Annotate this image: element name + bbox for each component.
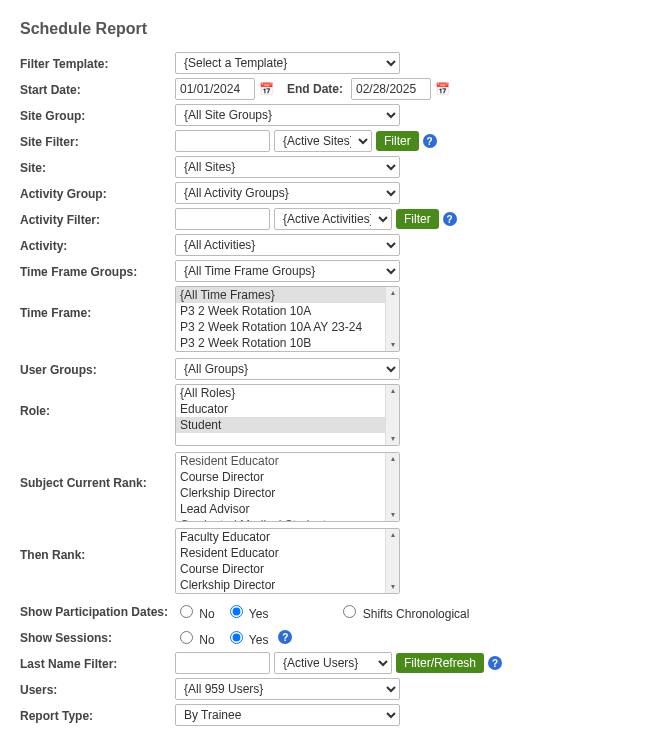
- list-item[interactable]: P3 2 Week Rotation 10B: [176, 335, 385, 351]
- show-participation-dates-label: Show Participation Dates:: [20, 603, 175, 619]
- calendar-icon[interactable]: 📅: [259, 82, 273, 96]
- time-frame-label: Time Frame:: [20, 286, 175, 320]
- time-frame-groups-select[interactable]: {All Time Frame Groups}: [175, 260, 400, 282]
- schedule-report-form: Filter Template: {Select a Template} Sta…: [20, 52, 640, 730]
- start-date-label: Start Date:: [20, 81, 175, 97]
- participation-yes-radio[interactable]: Yes: [225, 602, 269, 621]
- role-label: Role:: [20, 384, 175, 418]
- scroll-up-icon[interactable]: ▴: [386, 453, 399, 465]
- list-item[interactable]: Faculty Educator: [176, 529, 385, 545]
- report-type-select[interactable]: By Trainee: [175, 704, 400, 726]
- activity-filter-label: Activity Filter:: [20, 211, 175, 227]
- sessions-no-radio[interactable]: No: [175, 628, 215, 647]
- list-item[interactable]: {All Roles}: [176, 385, 385, 401]
- subject-current-rank-label: Subject Current Rank:: [20, 452, 175, 490]
- filter-refresh-button[interactable]: Filter/Refresh: [396, 653, 484, 673]
- list-item[interactable]: {All Time Frames}: [176, 287, 385, 303]
- site-label: Site:: [20, 159, 175, 175]
- site-filter-button[interactable]: Filter: [376, 131, 419, 151]
- last-name-filter-input[interactable]: [175, 652, 270, 674]
- scroll-up-icon[interactable]: ▴: [386, 385, 399, 397]
- help-icon[interactable]: ?: [278, 630, 292, 644]
- site-group-label: Site Group:: [20, 107, 175, 123]
- page-title: Schedule Report: [20, 20, 626, 38]
- list-item[interactable]: Clerkship Director: [176, 577, 385, 593]
- site-filter-label: Site Filter:: [20, 133, 175, 149]
- list-item[interactable]: Student: [176, 417, 385, 433]
- list-item[interactable]: Lead Advisor: [176, 501, 385, 517]
- site-filter-scope-select[interactable]: {Active Sites}: [274, 130, 372, 152]
- activity-filter-scope-select[interactable]: {Active Activities}: [274, 208, 392, 230]
- site-group-select[interactable]: {All Site Groups}: [175, 104, 400, 126]
- activity-filter-input[interactable]: [175, 208, 270, 230]
- end-date-label: End Date:: [277, 82, 347, 96]
- last-name-filter-scope-select[interactable]: {Active Users}: [274, 652, 392, 674]
- list-item[interactable]: Resident Educator: [176, 545, 385, 561]
- end-date-input[interactable]: [351, 78, 431, 100]
- help-icon[interactable]: ?: [443, 212, 457, 226]
- filter-template-select[interactable]: {Select a Template}: [175, 52, 400, 74]
- shifts-chronological-radio[interactable]: Shifts Chronological: [338, 602, 469, 621]
- last-name-filter-label: Last Name Filter:: [20, 655, 175, 671]
- report-type-label: Report Type:: [20, 707, 175, 723]
- scroll-down-icon[interactable]: ▾: [386, 339, 399, 351]
- filter-template-label: Filter Template:: [20, 55, 175, 71]
- activity-group-select[interactable]: {All Activity Groups}: [175, 182, 400, 204]
- site-filter-input[interactable]: [175, 130, 270, 152]
- start-date-input[interactable]: [175, 78, 255, 100]
- participation-no-radio[interactable]: No: [175, 602, 215, 621]
- users-select[interactable]: {All 959 Users}: [175, 678, 400, 700]
- scrollbar[interactable]: ▴ ▾: [385, 287, 399, 351]
- scroll-up-icon[interactable]: ▴: [386, 287, 399, 299]
- list-item[interactable]: Graduated Medical Student: [176, 517, 385, 521]
- sessions-yes-radio[interactable]: Yes: [225, 628, 269, 647]
- then-rank-label: Then Rank:: [20, 528, 175, 562]
- user-groups-label: User Groups:: [20, 361, 175, 377]
- scrollbar[interactable]: ▴ ▾: [385, 529, 399, 593]
- activity-label: Activity:: [20, 237, 175, 253]
- list-item[interactable]: P3 2 Week Rotation 10A: [176, 303, 385, 319]
- site-select[interactable]: {All Sites}: [175, 156, 400, 178]
- list-item[interactable]: Clerkship Director: [176, 485, 385, 501]
- scroll-up-icon[interactable]: ▴: [386, 529, 399, 541]
- user-groups-select[interactable]: {All Groups}: [175, 358, 400, 380]
- scroll-down-icon[interactable]: ▾: [386, 581, 399, 593]
- time-frame-groups-label: Time Frame Groups:: [20, 263, 175, 279]
- activity-group-label: Activity Group:: [20, 185, 175, 201]
- calendar-icon[interactable]: 📅: [435, 82, 449, 96]
- list-item[interactable]: Resident Educator: [176, 453, 385, 469]
- users-label: Users:: [20, 681, 175, 697]
- list-item[interactable]: Course Director: [176, 469, 385, 485]
- help-icon[interactable]: ?: [423, 134, 437, 148]
- list-item[interactable]: P3 2 Week Rotation 10A AY 23-24: [176, 319, 385, 335]
- list-item[interactable]: Course Director: [176, 561, 385, 577]
- then-rank-listbox[interactable]: Faculty EducatorResident EducatorCourse …: [175, 528, 400, 594]
- role-listbox[interactable]: {All Roles}EducatorStudent ▴ ▾: [175, 384, 400, 446]
- scroll-down-icon[interactable]: ▾: [386, 433, 399, 445]
- help-icon[interactable]: ?: [488, 656, 502, 670]
- scrollbar[interactable]: ▴ ▾: [385, 453, 399, 521]
- show-sessions-label: Show Sessions:: [20, 629, 175, 645]
- list-item[interactable]: Educator: [176, 401, 385, 417]
- scrollbar[interactable]: ▴ ▾: [385, 385, 399, 445]
- activity-select[interactable]: {All Activities}: [175, 234, 400, 256]
- subject-current-rank-listbox[interactable]: Resident EducatorCourse DirectorClerkshi…: [175, 452, 400, 522]
- scroll-down-icon[interactable]: ▾: [386, 509, 399, 521]
- activity-filter-button[interactable]: Filter: [396, 209, 439, 229]
- time-frame-listbox[interactable]: {All Time Frames}P3 2 Week Rotation 10AP…: [175, 286, 400, 352]
